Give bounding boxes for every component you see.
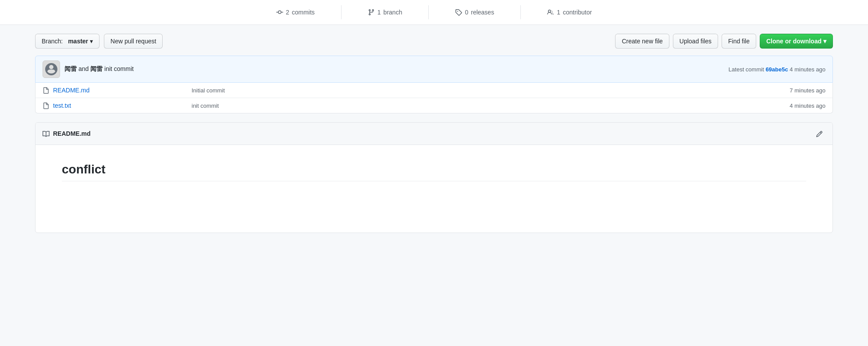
- branches-stat[interactable]: 1 branch: [342, 5, 429, 19]
- contributors-count: 1: [557, 9, 560, 16]
- file-time-readme: 7 minutes ago: [790, 87, 825, 94]
- readme-section: README.md conflict: [35, 122, 833, 233]
- clone-or-download-label: Clone or download: [766, 37, 822, 46]
- file-icon: [43, 102, 50, 109]
- commits-label: commits: [292, 9, 315, 16]
- file-table: README.md Initial commit 7 minutes ago t…: [35, 83, 833, 113]
- branch-name: master: [68, 37, 88, 46]
- readme-header: README.md: [36, 123, 832, 145]
- commit-message: 闻雷 and 闻雷 init commit: [64, 65, 134, 73]
- branches-icon: [368, 9, 375, 16]
- readme-edit-button[interactable]: [813, 128, 825, 139]
- commit-bar-right: Latest commit 69abe5c 4 minutes ago: [729, 66, 825, 73]
- commits-icon: [276, 9, 283, 16]
- main-content: Branch: master ▾ New pull request Create…: [18, 25, 850, 242]
- table-row: README.md Initial commit 7 minutes ago: [36, 83, 832, 98]
- find-file-button[interactable]: Find file: [722, 34, 756, 49]
- contributors-icon: [547, 9, 554, 16]
- releases-icon: [455, 9, 462, 16]
- toolbar-row: Branch: master ▾ New pull request Create…: [35, 34, 833, 49]
- file-time-col: 4 minutes ago: [738, 102, 825, 109]
- new-pull-request-label: New pull request: [110, 37, 156, 46]
- commit-hash: 69abe5c: [765, 66, 788, 73]
- create-new-file-button[interactable]: Create new file: [615, 34, 669, 49]
- file-message-readme: Initial commit: [192, 87, 225, 94]
- commit-bar-left: 闻雷 and 闻雷 init commit: [43, 60, 134, 78]
- file-name-col: README.md: [43, 86, 192, 94]
- clone-dropdown-icon: ▾: [823, 37, 826, 46]
- commit-author1: 闻雷: [64, 65, 77, 72]
- readme-body: conflict: [36, 145, 832, 233]
- readme-heading: conflict: [62, 162, 806, 181]
- toolbar-left: Branch: master ▾ New pull request: [35, 34, 163, 49]
- upload-files-button[interactable]: Upload files: [673, 34, 718, 49]
- branches-label: branch: [384, 9, 402, 16]
- file-message-col: Initial commit: [192, 87, 738, 94]
- branch-selector[interactable]: Branch: master ▾: [35, 34, 100, 49]
- commit-msg-text: init commit: [104, 65, 134, 72]
- toolbar-right: Create new file Upload files Find file C…: [615, 34, 833, 49]
- stats-bar: 2 commits 1 branch 0 releases 1 contribu…: [0, 0, 868, 25]
- commit-time: 4 minutes ago: [790, 66, 825, 73]
- releases-stat[interactable]: 0 releases: [429, 5, 521, 19]
- releases-label: releases: [471, 9, 494, 16]
- commit-author2: 闻雷: [90, 65, 103, 72]
- file-time-test: 4 minutes ago: [790, 102, 825, 109]
- avatar: [43, 60, 60, 78]
- file-message-col: init commit: [192, 102, 738, 109]
- new-pull-request-button[interactable]: New pull request: [104, 34, 163, 49]
- readme-title: README.md: [53, 130, 91, 137]
- branch-dropdown-icon: ▾: [90, 37, 93, 46]
- file-icon: [43, 86, 50, 94]
- readme-header-left: README.md: [43, 130, 91, 138]
- file-link-readme[interactable]: README.md: [53, 87, 89, 94]
- commits-stat[interactable]: 2 commits: [250, 5, 342, 19]
- table-row: test.txt init commit 4 minutes ago: [36, 98, 832, 113]
- file-name-readme: README.md: [53, 87, 89, 94]
- file-link-test[interactable]: test.txt: [53, 102, 71, 109]
- commits-count: 2: [286, 9, 289, 16]
- latest-commit-label: Latest commit: [729, 66, 764, 73]
- find-file-label: Find file: [728, 37, 750, 46]
- file-name-test: test.txt: [53, 102, 71, 109]
- file-name-col: test.txt: [43, 102, 192, 109]
- commit-and-text: and: [78, 65, 89, 72]
- contributors-stat[interactable]: 1 contributor: [521, 5, 618, 19]
- readme-icon: [43, 130, 50, 138]
- file-time-col: 7 minutes ago: [738, 87, 825, 94]
- clone-or-download-button[interactable]: Clone or download ▾: [760, 34, 833, 49]
- commit-bar: 闻雷 and 闻雷 init commit Latest commit 69ab…: [35, 56, 833, 83]
- commit-hash-link[interactable]: 69abe5c: [765, 66, 790, 73]
- releases-count: 0: [465, 9, 468, 16]
- file-message-test: init commit: [192, 102, 219, 109]
- create-new-file-label: Create new file: [622, 37, 662, 46]
- upload-files-label: Upload files: [679, 37, 711, 46]
- branches-count: 1: [377, 9, 381, 16]
- contributors-label: contributor: [563, 9, 592, 16]
- branch-label: Branch:: [42, 37, 63, 46]
